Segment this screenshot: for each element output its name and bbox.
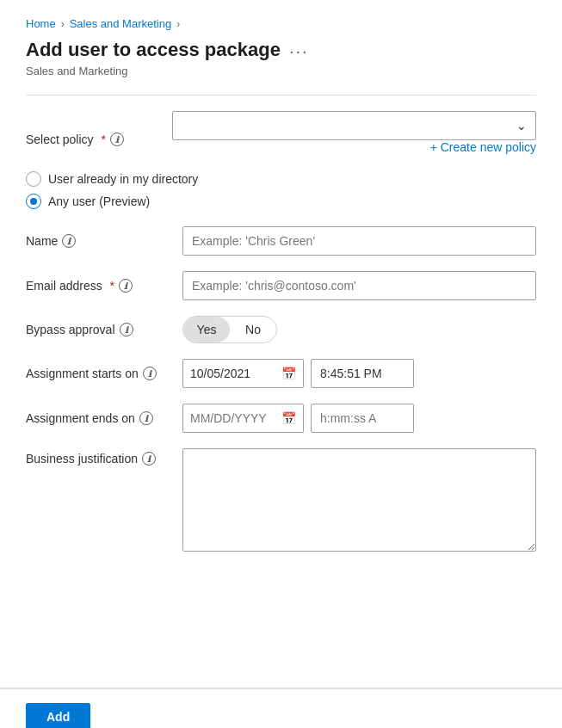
email-info-icon[interactable]: ℹ — [119, 279, 133, 293]
assignment-starts-info-icon[interactable]: ℹ — [143, 367, 157, 380]
radio-user-in-directory[interactable]: User already in my directory — [26, 171, 536, 187]
name-field-control — [182, 226, 536, 256]
calendar-icon-ends[interactable]: 📅 — [281, 411, 296, 425]
bypass-yes-option[interactable]: Yes — [183, 317, 230, 342]
bypass-toggle[interactable]: Yes No — [182, 316, 277, 343]
breadcrumb-sep2: › — [176, 18, 180, 30]
create-new-policy-link[interactable]: + Create new policy — [430, 140, 536, 154]
name-info-icon[interactable]: ℹ — [62, 234, 76, 248]
more-options-icon[interactable]: ··· — [289, 41, 309, 61]
policy-label: Select policy * ℹ — [26, 133, 172, 146]
assignment-ends-control: 📅 — [182, 404, 536, 433]
business-just-textarea[interactable] — [182, 448, 536, 552]
policy-required-marker: * — [98, 133, 106, 146]
radio-user-in-directory-label: User already in my directory — [48, 172, 198, 186]
email-label: Email address * ℹ — [26, 279, 172, 293]
email-required-marker: * — [107, 279, 114, 293]
add-button[interactable]: Add — [26, 703, 90, 728]
assignment-starts-row: Assignment starts on ℹ 📅 — [26, 359, 536, 388]
policy-select-control: ⌄ + Create new policy — [172, 111, 536, 168]
breadcrumb-home[interactable]: Home — [26, 17, 56, 30]
radio-user-in-directory-button[interactable] — [26, 171, 41, 187]
name-label: Name ℹ — [26, 234, 172, 248]
assignment-starts-control: 📅 — [182, 359, 536, 388]
radio-any-user-label: Any user (Preview) — [48, 194, 150, 208]
assignment-starts-datetime: 📅 — [182, 359, 536, 388]
bypass-info-icon[interactable]: ℹ — [120, 323, 133, 336]
name-input[interactable] — [182, 226, 536, 256]
assignment-starts-date-wrap: 📅 — [182, 359, 304, 388]
breadcrumb-sep1: › — [61, 18, 65, 30]
bypass-label: Bypass approval ℹ — [26, 323, 172, 336]
assignment-starts-time-input[interactable] — [311, 359, 414, 388]
policy-dropdown[interactable]: ⌄ — [172, 111, 536, 140]
bypass-approval-field-row: Bypass approval ℹ Yes No — [26, 316, 536, 343]
bypass-no-option[interactable]: No — [230, 317, 276, 342]
chevron-down-icon: ⌄ — [516, 119, 527, 133]
assignment-starts-date-input[interactable] — [190, 367, 276, 380]
assignment-ends-info-icon[interactable]: ℹ — [139, 411, 153, 425]
create-policy-link-wrapper: + Create new policy — [172, 140, 536, 154]
assignment-ends-row: Assignment ends on ℹ 📅 — [26, 404, 536, 433]
radio-any-user[interactable]: Any user (Preview) — [26, 194, 536, 209]
form-section: Select policy * ℹ ⌄ + Create new policy … — [26, 95, 536, 554]
email-field-row: Email address * ℹ — [26, 271, 536, 300]
business-just-info-icon[interactable]: ℹ — [142, 452, 156, 466]
assignment-ends-label: Assignment ends on ℹ — [26, 411, 172, 425]
business-just-row: Business justification ℹ — [26, 448, 536, 554]
bypass-toggle-control: Yes No — [182, 316, 536, 343]
breadcrumb-sales[interactable]: Sales and Marketing — [70, 17, 172, 30]
radio-any-user-dot — [30, 198, 37, 205]
email-field-control — [182, 271, 536, 300]
calendar-icon-starts[interactable]: 📅 — [281, 367, 296, 380]
breadcrumb: Home › Sales and Marketing › — [26, 17, 536, 30]
policy-info-icon[interactable]: ℹ — [110, 133, 124, 146]
assignment-ends-time-input[interactable] — [311, 404, 414, 433]
business-just-label: Business justification ℹ — [26, 448, 172, 466]
name-field-row: Name ℹ — [26, 226, 536, 256]
assignment-ends-datetime: 📅 — [182, 404, 536, 433]
footer: Add — [0, 688, 562, 728]
assignment-starts-label: Assignment starts on ℹ — [26, 367, 172, 380]
radio-any-user-button[interactable] — [26, 194, 41, 209]
assignment-ends-date-wrap: 📅 — [182, 404, 304, 433]
user-type-radio-group: User already in my directory Any user (P… — [26, 171, 536, 209]
page-title: Add user to access package — [26, 39, 281, 61]
policy-field-row: Select policy * ℹ ⌄ + Create new policy — [26, 111, 536, 168]
assignment-ends-date-input[interactable] — [190, 411, 276, 425]
page-title-row: Add user to access package ··· — [26, 39, 536, 61]
page-subtitle: Sales and Marketing — [26, 65, 536, 77]
business-just-control — [182, 448, 536, 554]
email-input[interactable] — [182, 271, 536, 300]
